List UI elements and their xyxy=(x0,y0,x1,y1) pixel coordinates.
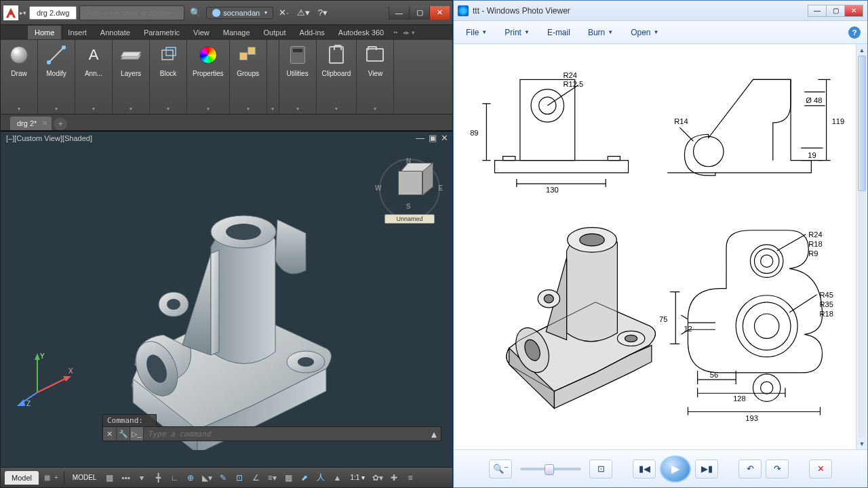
close-button[interactable]: ✕ xyxy=(429,6,450,20)
tab-annotate[interactable]: Annotate xyxy=(94,26,137,39)
tab-output[interactable]: Output xyxy=(257,26,293,39)
zoom-slider[interactable] xyxy=(520,468,581,470)
tab-view[interactable]: View xyxy=(186,26,216,39)
gear-icon[interactable]: ✿▾ xyxy=(370,470,385,485)
tab-parametric[interactable]: Parametric xyxy=(137,26,186,39)
search-icon[interactable]: 🔍 xyxy=(187,7,203,18)
panel-groups[interactable]: Groups▾ xyxy=(230,40,267,114)
exchange-icon[interactable]: ✕· xyxy=(276,7,292,18)
tab-more-icon[interactable]: •• xyxy=(391,29,400,36)
svg-point-43 xyxy=(736,296,797,357)
help-icon[interactable]: ?▾ xyxy=(315,7,330,18)
qat-dropdown-icon[interactable]: ▸▾ xyxy=(20,9,26,16)
menu-burn[interactable]: Burn▼ xyxy=(583,25,618,40)
command-input[interactable] xyxy=(144,428,427,441)
grid-button[interactable]: ▦ xyxy=(102,470,117,485)
scroll-thumb[interactable] xyxy=(858,56,866,191)
space-label[interactable]: MODEL xyxy=(68,474,101,481)
cycling-button[interactable]: ⬈ xyxy=(297,470,312,485)
transparency-button[interactable]: ▦ xyxy=(281,470,296,485)
3dosnap-button[interactable]: ⊡ xyxy=(232,470,247,485)
autocad-logo-icon[interactable] xyxy=(3,5,18,20)
ortho-button[interactable]: ∟ xyxy=(167,470,182,485)
panel-modify[interactable]: Modify▾ xyxy=(38,40,75,114)
filterselection-button[interactable]: ▲ xyxy=(330,470,344,485)
doc-tab-drg2[interactable]: drg 2*✕ xyxy=(10,117,52,130)
tab-a360[interactable]: Autodesk 360 xyxy=(332,26,391,39)
menu-open[interactable]: Open▼ xyxy=(625,25,664,40)
cmd-history: Command: xyxy=(102,414,157,426)
actual-size-button[interactable]: ⊡ xyxy=(589,460,612,479)
zoom-button[interactable]: 🔍⁻ xyxy=(489,460,512,479)
menu-file[interactable]: File▼ xyxy=(460,25,492,40)
vp-close-icon[interactable]: ✕ xyxy=(441,133,448,143)
snap-button[interactable]: ▪▪▪ xyxy=(118,470,133,485)
help-search-input[interactable] xyxy=(79,5,184,20)
viewport[interactable]: [–][Custom View][Shaded] — ▣ ✕ N W E S U… xyxy=(1,131,452,467)
scale-label[interactable]: 1:1 ▾ xyxy=(346,474,369,481)
panel-layers[interactable]: Layers▾ xyxy=(113,40,150,114)
polar-button[interactable]: ⊕ xyxy=(183,470,198,485)
panel-view[interactable]: View▾ xyxy=(357,40,394,114)
vp-minimize-icon[interactable]: — xyxy=(416,133,425,143)
otrack-button[interactable]: ∠ xyxy=(248,470,263,485)
panel-utilities[interactable]: Utilities▾ xyxy=(279,40,317,114)
new-tab-button[interactable]: + xyxy=(54,118,67,130)
cmd-expand-icon[interactable]: ▴ xyxy=(427,428,441,441)
infer-button[interactable]: ╋ xyxy=(151,470,165,485)
menu-email[interactable]: E-mail xyxy=(542,25,576,40)
vertical-scrollbar[interactable]: ▲ ▼ xyxy=(856,44,867,449)
svg-text:R35: R35 xyxy=(819,300,833,308)
vp-maximize-icon[interactable]: ▣ xyxy=(429,133,437,143)
svg-point-30 xyxy=(694,136,724,166)
panel-draw[interactable]: Draw▾ xyxy=(1,40,38,114)
photoviewer-logo-icon xyxy=(458,5,469,16)
viewport-label[interactable]: [–][Custom View][Shaded] xyxy=(6,134,92,142)
panel-clipboard[interactable]: Clipboard▾ xyxy=(317,40,357,114)
viewcube[interactable]: N W E S Unnamed xyxy=(379,159,440,220)
pv-close-button[interactable]: ✕ xyxy=(844,5,863,17)
customize-button[interactable]: ✚ xyxy=(387,470,401,485)
pv-maximize-button[interactable]: ▢ xyxy=(826,5,845,17)
scroll-down-icon[interactable]: ▼ xyxy=(856,438,867,449)
delete-button[interactable]: ✕ xyxy=(809,460,832,479)
model-tab[interactable]: Model xyxy=(5,471,39,485)
tab-insert[interactable]: Insert xyxy=(61,26,94,39)
iso-button[interactable]: ◣▾ xyxy=(199,470,214,485)
rotate-ccw-button[interactable]: ↶ xyxy=(738,460,762,479)
tab-addins[interactable]: Add-ins xyxy=(293,26,332,39)
next-button[interactable]: ▶▮ xyxy=(695,460,718,479)
cmd-options-icon[interactable]: 🔧 xyxy=(117,427,130,441)
autocad-window: ▸▾ drg 2.dwg 🔍 socnandan▾ ✕· ⚠▾ ?▾ — ▢ ✕… xyxy=(0,0,453,488)
previous-button[interactable]: ▮◀ xyxy=(633,460,656,479)
pv-image-canvas[interactable]: R24 R12.5 89 130 R14 119 Ø 48 19 xyxy=(454,44,867,449)
pv-minimize-button[interactable]: — xyxy=(808,5,827,17)
dynucs-button[interactable]: 人 xyxy=(313,470,328,485)
ribbon-collapse-icon[interactable]: ◂▸ ▾ xyxy=(400,29,418,36)
stay-connected-icon[interactable]: ⚠▾ xyxy=(294,7,313,18)
menu-print[interactable]: Print▼ xyxy=(499,25,535,40)
pv-help-icon[interactable]: ? xyxy=(848,26,861,39)
close-tab-icon[interactable]: ✕ xyxy=(42,119,47,127)
signin-user[interactable]: socnandan▾ xyxy=(206,7,273,19)
panel-annotation[interactable]: A Ann...▾ xyxy=(75,40,113,114)
rotate-cw-button[interactable]: ↷ xyxy=(766,460,789,479)
lineweight-button[interactable]: ≡▾ xyxy=(264,470,279,485)
cmd-close-icon[interactable]: ✕ xyxy=(103,427,117,441)
filename-display[interactable]: drg 2.dwg xyxy=(29,6,77,20)
panel-properties[interactable]: Properties▾ xyxy=(187,40,230,114)
tab-home[interactable]: Home xyxy=(28,26,61,39)
maximize-button[interactable]: ▢ xyxy=(409,6,429,20)
viewcube-label[interactable]: Unnamed xyxy=(384,214,435,224)
layout-switch-icon[interactable]: ▦ xyxy=(43,474,52,481)
svg-text:19: 19 xyxy=(808,151,816,159)
osnap-button[interactable]: ✎ xyxy=(216,470,231,485)
scroll-up-icon[interactable]: ▲ xyxy=(856,44,867,56)
tab-manage[interactable]: Manage xyxy=(216,26,257,39)
panel-block[interactable]: Block▾ xyxy=(150,40,187,114)
layout-add-icon[interactable]: + xyxy=(53,474,60,481)
statusbar-menu-icon[interactable]: ≡ xyxy=(403,470,418,485)
dropdown-icon[interactable]: ▾ xyxy=(134,470,149,485)
slideshow-button[interactable]: ▶ xyxy=(660,455,691,483)
minimize-button[interactable]: — xyxy=(389,6,409,20)
